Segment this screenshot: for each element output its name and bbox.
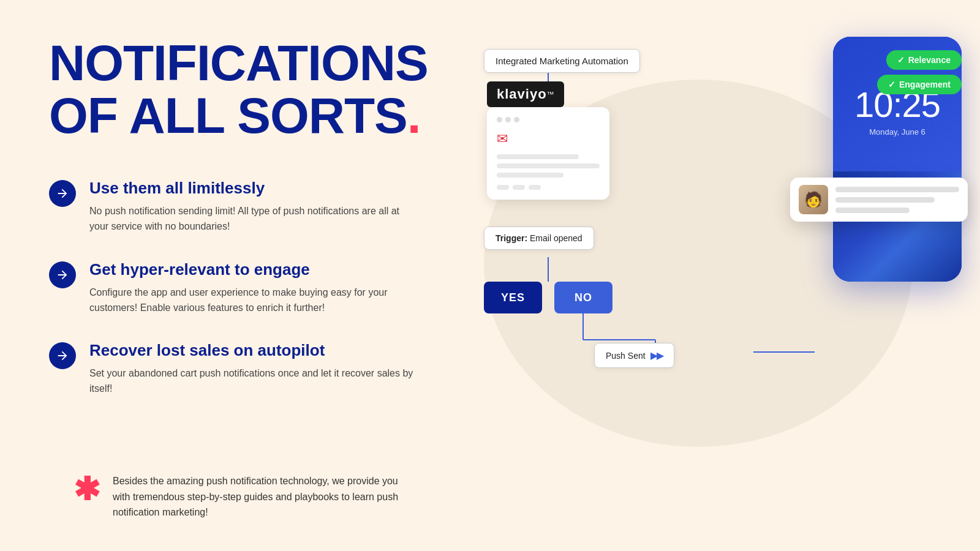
email-card-bottom: [497, 185, 600, 190]
headline-line2: OF ALL SORTS: [49, 88, 407, 143]
trigger-value: Email opened: [530, 233, 582, 243]
email-card: ✉: [487, 107, 609, 200]
feature-item-3: Recover lost sales on autopilot Set your…: [49, 341, 466, 397]
feature-desc-1: No push notification sending limit! All …: [89, 204, 420, 234]
yes-button[interactable]: YES: [484, 282, 542, 313]
feature-text-1: Use them all limitlessly No push notific…: [89, 179, 420, 234]
phone-notification: 🧑: [790, 178, 968, 222]
feature-title-3: Recover lost sales on autopilot: [89, 341, 420, 360]
arrow-icon-1: [49, 180, 76, 207]
feature-text-2: Get hyper-relevant to engage Configure t…: [89, 260, 420, 316]
feature-text-3: Recover lost sales on autopilot Set your…: [89, 341, 420, 397]
no-button[interactable]: NO: [554, 282, 612, 313]
klaviyo-badge: klaviyo ™: [487, 81, 564, 107]
relevance-badge: ✓ Relevance: [886, 50, 962, 70]
trigger-label: Trigger:: [496, 233, 527, 243]
asterisk-icon: ✱: [74, 473, 100, 505]
email-card-dots: [497, 117, 600, 122]
notif-line-2: [835, 197, 935, 203]
bottom-note: ✱ Besides the amazing push notification …: [74, 473, 410, 520]
phone-date: Monday, June 6: [869, 127, 925, 137]
email-line-2: [497, 163, 600, 168]
push-sent-card: Push Sent ▶▶: [594, 343, 674, 368]
email-line-3: [497, 173, 564, 178]
mini-dot-2: [513, 185, 525, 190]
notification-content: [835, 187, 959, 213]
main-headline: NOTIFICATIONS OF ALL SORTS.: [49, 37, 466, 142]
arrow-icon-2: [49, 261, 76, 288]
headline-dot: .: [407, 88, 421, 143]
right-section: Integrated Marketing Automation klaviyo …: [453, 0, 980, 551]
email-envelope-icon: ✉: [497, 131, 600, 147]
ima-card: Integrated Marketing Automation: [484, 49, 640, 73]
notif-line-3: [835, 208, 910, 213]
mini-dot-1: [497, 185, 509, 190]
arrow-svg-2: [56, 268, 69, 282]
relevance-check-icon: ✓: [897, 55, 905, 65]
notification-avatar: 🧑: [799, 185, 828, 214]
trigger-card: Trigger: Email opened: [484, 227, 594, 250]
phone-mockup: 10:25 Monday, June 6: [833, 37, 962, 282]
mini-dot-3: [529, 185, 541, 190]
engagement-check-icon: ✓: [888, 80, 895, 89]
ima-label: Integrated Marketing Automation: [496, 56, 628, 66]
engagement-label: Engagement: [899, 80, 951, 89]
feature-desc-3: Set your abandoned cart push notificatio…: [89, 366, 420, 397]
push-arrows-icon: ▶▶: [650, 350, 663, 361]
arrow-icon-3: [49, 342, 76, 369]
no-label: NO: [575, 291, 592, 304]
feature-item-1: Use them all limitlessly No push notific…: [49, 179, 466, 234]
feature-title-2: Get hyper-relevant to engage: [89, 260, 420, 279]
dot-2: [505, 117, 511, 122]
avatar-image: 🧑: [799, 185, 828, 214]
klaviyo-text: klaviyo: [497, 86, 547, 102]
headline-line1: NOTIFICATIONS: [49, 35, 428, 91]
feature-title-1: Use them all limitlessly: [89, 179, 420, 198]
relevance-label: Relevance: [908, 55, 951, 65]
dot-3: [514, 117, 519, 122]
notif-line-1: [835, 187, 959, 192]
left-section: NOTIFICATIONS OF ALL SORTS. Use them all…: [49, 37, 466, 397]
arrow-svg-1: [56, 187, 69, 200]
feature-desc-2: Configure the app and user experience to…: [89, 285, 420, 316]
push-sent-label: Push Sent: [606, 351, 646, 361]
arrow-svg-3: [56, 349, 69, 362]
feature-item-2: Get hyper-relevant to engage Configure t…: [49, 260, 466, 316]
yes-label: YES: [501, 291, 525, 304]
email-line-1: [497, 154, 579, 159]
klaviyo-superscript: ™: [547, 90, 554, 99]
dot-1: [497, 117, 502, 122]
engagement-badge: ✓ Engagement: [877, 75, 962, 94]
bottom-note-text: Besides the amazing push notification te…: [113, 473, 410, 520]
features-list: Use them all limitlessly No push notific…: [49, 179, 466, 397]
